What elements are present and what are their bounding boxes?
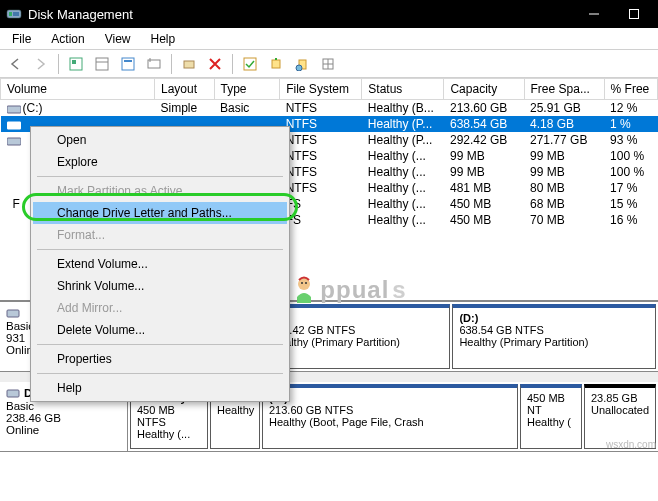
tool-7[interactable] — [291, 53, 313, 75]
svg-rect-1 — [9, 12, 12, 16]
svg-rect-15 — [244, 58, 256, 70]
svg-rect-2 — [13, 12, 19, 16]
svg-rect-13 — [184, 61, 194, 68]
ctx-open[interactable]: Open — [33, 129, 287, 151]
tool-3[interactable] — [117, 53, 139, 75]
ctx-help[interactable]: Help — [33, 377, 287, 399]
menu-file[interactable]: File — [4, 30, 39, 48]
tool-8[interactable] — [317, 53, 339, 75]
svg-rect-22 — [7, 106, 21, 113]
delete-icon[interactable] — [204, 53, 226, 75]
col-free[interactable]: Free Spa... — [524, 79, 604, 100]
svg-point-18 — [296, 65, 302, 71]
svg-rect-6 — [72, 60, 76, 64]
table-row[interactable]: (C:) SimpleBasicNTFS Healthy (B...213.60… — [1, 100, 658, 117]
menu-view[interactable]: View — [97, 30, 139, 48]
table-header[interactable]: Volume Layout Type File System Status Ca… — [1, 79, 658, 100]
window-title: Disk Management — [28, 7, 133, 22]
separator — [37, 249, 283, 250]
tool-2[interactable] — [91, 53, 113, 75]
menu-action[interactable]: Action — [43, 30, 92, 48]
disk-icon — [6, 306, 20, 320]
partition[interactable]: (C:) 213.60 GB NTFS Healthy (Boot, Page … — [262, 384, 518, 449]
check-icon[interactable] — [239, 53, 261, 75]
col-pctfree[interactable]: % Free — [604, 79, 657, 100]
watermark: A ppuals — [270, 275, 407, 305]
tool-1[interactable] — [65, 53, 87, 75]
ctx-format: Format... — [33, 224, 287, 246]
menu-help[interactable]: Help — [143, 30, 184, 48]
col-layout[interactable]: Layout — [154, 79, 214, 100]
ctx-shrink[interactable]: Shrink Volume... — [33, 275, 287, 297]
svg-rect-7 — [96, 58, 108, 70]
ctx-mark-active: Mark Partition as Active — [33, 180, 287, 202]
col-capacity[interactable]: Capacity — [444, 79, 524, 100]
credit-text: wsxdn.com — [606, 439, 656, 450]
separator — [58, 54, 59, 74]
col-volume[interactable]: Volume — [1, 79, 155, 100]
partition[interactable]: (E:) 292.42 GB NTFS Healthy (Primary Par… — [264, 304, 450, 369]
col-status[interactable]: Status — [362, 79, 444, 100]
ctx-change-drive-letter[interactable]: Change Drive Letter and Paths... — [33, 202, 287, 224]
menu-bar: File Action View Help — [0, 28, 658, 50]
forward-button[interactable] — [30, 53, 52, 75]
svg-rect-4 — [630, 10, 639, 19]
partition[interactable]: 450 MB NT Healthy ( — [520, 384, 582, 449]
separator — [37, 373, 283, 374]
drive-icon — [7, 103, 21, 115]
svg-rect-28 — [7, 310, 19, 317]
svg-point-26 — [301, 282, 303, 284]
svg-rect-29 — [7, 390, 19, 397]
ctx-explore[interactable]: Explore — [33, 151, 287, 173]
svg-point-27 — [305, 282, 307, 284]
tool-4[interactable] — [143, 53, 165, 75]
svg-rect-16 — [272, 60, 280, 68]
toolbar — [0, 50, 658, 78]
tool-6[interactable] — [265, 53, 287, 75]
col-type[interactable]: Type — [214, 79, 280, 100]
drive-icon — [7, 135, 21, 147]
svg-rect-23 — [7, 122, 21, 129]
svg-rect-10 — [124, 60, 132, 62]
svg-rect-24 — [7, 138, 21, 145]
back-button[interactable] — [4, 53, 26, 75]
separator — [37, 344, 283, 345]
svg-rect-9 — [122, 58, 134, 70]
disk-icon — [6, 386, 20, 400]
drive-icon — [7, 119, 21, 131]
watermark-icon — [291, 275, 317, 305]
ctx-delete[interactable]: Delete Volume... — [33, 319, 287, 341]
ctx-extend[interactable]: Extend Volume... — [33, 253, 287, 275]
minimize-button[interactable] — [574, 0, 614, 28]
ctx-add-mirror: Add Mirror... — [33, 297, 287, 319]
separator — [37, 176, 283, 177]
app-icon — [6, 6, 22, 22]
title-bar: Disk Management — [0, 0, 658, 28]
col-filesystem[interactable]: File System — [280, 79, 362, 100]
ctx-properties[interactable]: Properties — [33, 348, 287, 370]
tool-5[interactable] — [178, 53, 200, 75]
context-menu: Open Explore Mark Partition as Active Ch… — [30, 126, 290, 402]
partition[interactable]: (D:) 638.54 GB NTFS Healthy (Primary Par… — [452, 304, 656, 369]
separator — [171, 54, 172, 74]
maximize-button[interactable] — [614, 0, 654, 28]
separator — [232, 54, 233, 74]
